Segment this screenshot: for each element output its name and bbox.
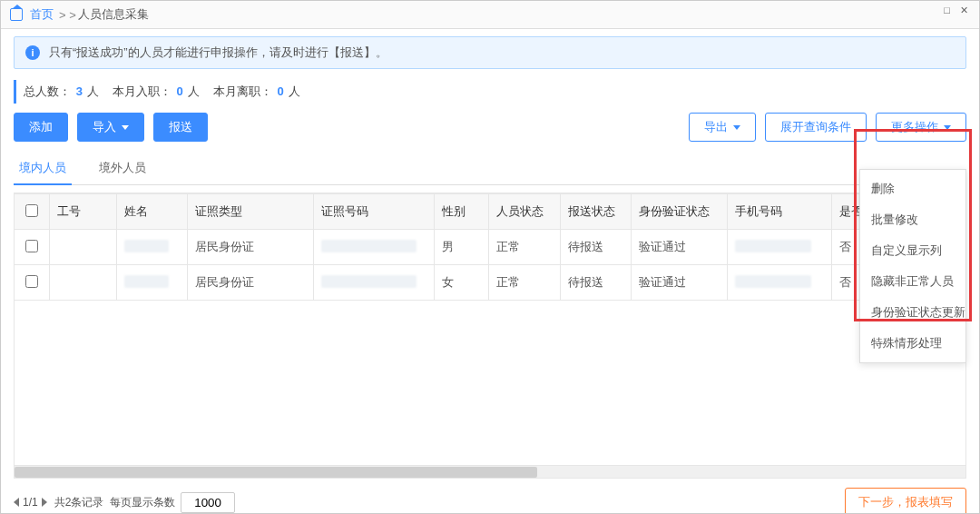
more-actions-label: 更多操作 xyxy=(891,119,938,135)
stats-join-label: 本月入职： xyxy=(113,84,172,98)
stats-bar: 总人数： 3 人 本月入职： 0 人 本月离职： 0 人 xyxy=(14,80,966,104)
stats-total: 3 xyxy=(76,84,83,98)
cell-sex: 男 xyxy=(435,230,489,265)
redacted-phone xyxy=(735,240,811,252)
chevron-down-icon xyxy=(122,125,129,130)
breadcrumb-home[interactable]: 首页 xyxy=(30,6,54,23)
menu-delete[interactable]: 删除 xyxy=(860,173,965,204)
info-alert-text: 只有“报送成功”的人员才能进行申报操作，请及时进行【报送】。 xyxy=(49,44,387,61)
page-size-label: 每页显示条数 xyxy=(110,495,175,510)
expand-filter-button[interactable]: 展开查询条件 xyxy=(765,113,867,142)
col-idno: 证照号码 xyxy=(313,194,435,230)
import-button[interactable]: 导入 xyxy=(77,113,144,142)
page-indicator: 1/1 xyxy=(23,496,38,509)
table-empty-area xyxy=(14,301,966,466)
export-button-label: 导出 xyxy=(704,119,728,135)
info-alert: i 只有“报送成功”的人员才能进行申报操作，请及时进行【报送】。 xyxy=(14,36,966,69)
col-verify: 身份验证状态 xyxy=(632,194,728,230)
data-table: 工号 姓名 证照类型 证照号码 性别 人员状态 报送状态 身份验证状态 手机号码… xyxy=(14,193,966,479)
breadcrumb: 首页 > > 人员信息采集 □ ✕ xyxy=(1,1,979,29)
cell-idtype: 居民身份证 xyxy=(188,265,313,301)
next-step-button[interactable]: 下一步，报表填写 xyxy=(845,488,966,514)
page-prev-icon[interactable] xyxy=(14,498,19,507)
stats-join: 0 xyxy=(177,84,183,98)
import-button-label: 导入 xyxy=(93,119,116,135)
col-status: 人员状态 xyxy=(489,194,560,230)
table-header-row: 工号 姓名 证照类型 证照号码 性别 人员状态 报送状态 身份验证状态 手机号码… xyxy=(15,194,966,230)
stats-leave-label: 本月离职： xyxy=(213,84,272,98)
cell-report: 待报送 xyxy=(560,230,631,265)
tab-foreign[interactable]: 境外人员 xyxy=(93,154,152,184)
scrollbar-thumb[interactable] xyxy=(15,467,537,478)
breadcrumb-current: 人员信息采集 xyxy=(78,6,149,23)
stats-total-unit: 人 xyxy=(87,84,99,98)
col-report: 报送状态 xyxy=(560,194,631,230)
page-size-input[interactable] xyxy=(181,492,235,513)
more-actions-button[interactable]: 更多操作 xyxy=(876,113,966,142)
redacted-phone xyxy=(735,275,811,288)
table-row[interactable]: 居民身份证 女 正常 待报送 验证通过 否 否 xyxy=(15,265,966,301)
stats-leave-unit: 人 xyxy=(289,84,300,98)
export-button[interactable]: 导出 xyxy=(689,113,756,142)
more-actions-menu: 删除 批量修改 自定义显示列 隐藏非正常人员 身份验证状态更新 特殊情形处理 xyxy=(859,169,966,363)
col-id: 工号 xyxy=(50,194,117,230)
cell-sex: 女 xyxy=(435,265,489,301)
checkbox-all[interactable] xyxy=(25,204,38,217)
menu-batch-edit[interactable]: 批量修改 xyxy=(860,204,965,235)
stats-join-unit: 人 xyxy=(188,84,200,98)
breadcrumb-sep: > > xyxy=(59,8,76,22)
cell-verify: 验证通过 xyxy=(632,265,728,301)
window-controls[interactable]: □ ✕ xyxy=(944,5,972,16)
records-count: 共2条记录 xyxy=(54,495,104,510)
table-row[interactable]: 居民身份证 男 正常 待报送 验证通过 否 否 xyxy=(15,230,966,265)
chevron-down-icon xyxy=(944,125,951,130)
col-phone: 手机号码 xyxy=(728,194,832,230)
cell-status: 正常 xyxy=(489,230,560,265)
tab-domestic[interactable]: 境内人员 xyxy=(14,154,72,185)
redacted-idno xyxy=(321,275,416,288)
toolbar: 添加 导入 报送 导出 展开查询条件 更多操作 xyxy=(14,113,966,142)
submit-button[interactable]: 报送 xyxy=(153,113,208,142)
cell-report: 待报送 xyxy=(560,265,631,301)
footer: 1/1 共2条记录 每页显示条数 下一步，报表填写 xyxy=(1,479,979,514)
info-icon: i xyxy=(25,45,40,60)
col-name: 姓名 xyxy=(116,194,187,230)
redacted-name xyxy=(124,240,169,252)
home-icon[interactable] xyxy=(10,8,23,21)
col-sex: 性别 xyxy=(435,194,489,230)
tabs: 境内人员 境外人员 xyxy=(14,154,966,185)
add-button[interactable]: 添加 xyxy=(14,113,68,142)
cell-status: 正常 xyxy=(489,265,560,301)
menu-hide-abnormal[interactable]: 隐藏非正常人员 xyxy=(860,266,965,297)
redacted-name xyxy=(124,275,169,288)
page-next-icon[interactable] xyxy=(42,498,47,507)
redacted-idno xyxy=(321,240,416,252)
cell-idtype: 居民身份证 xyxy=(188,230,313,265)
stats-total-label: 总人数： xyxy=(24,84,71,98)
col-idtype: 证照类型 xyxy=(188,194,313,230)
chevron-down-icon xyxy=(733,125,740,130)
menu-special[interactable]: 特殊情形处理 xyxy=(860,328,965,359)
cell-verify: 验证通过 xyxy=(632,230,728,265)
col-check[interactable] xyxy=(15,194,50,230)
horizontal-scrollbar[interactable] xyxy=(14,466,966,479)
menu-custom-cols[interactable]: 自定义显示列 xyxy=(860,235,965,266)
stats-leave: 0 xyxy=(278,84,284,98)
row-checkbox[interactable] xyxy=(25,240,38,252)
menu-refresh-verify[interactable]: 身份验证状态更新 xyxy=(860,297,965,328)
row-checkbox[interactable] xyxy=(25,275,38,288)
